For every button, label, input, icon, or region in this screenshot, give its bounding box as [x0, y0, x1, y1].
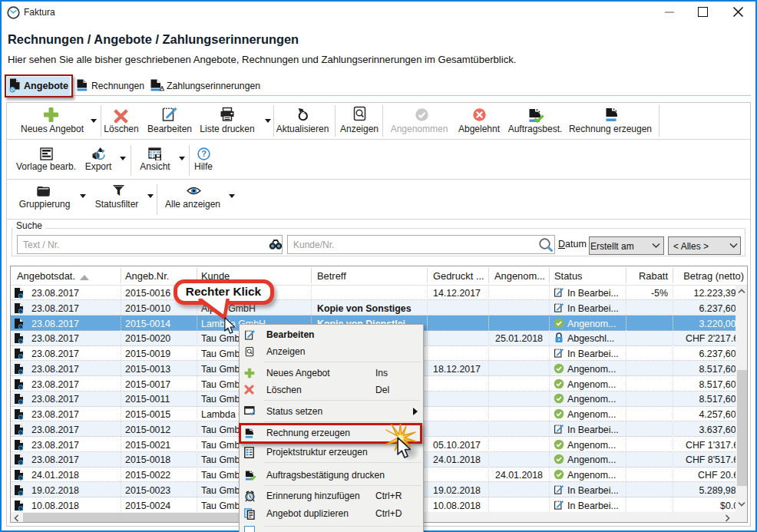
- svg-text:?: ?: [201, 149, 207, 158]
